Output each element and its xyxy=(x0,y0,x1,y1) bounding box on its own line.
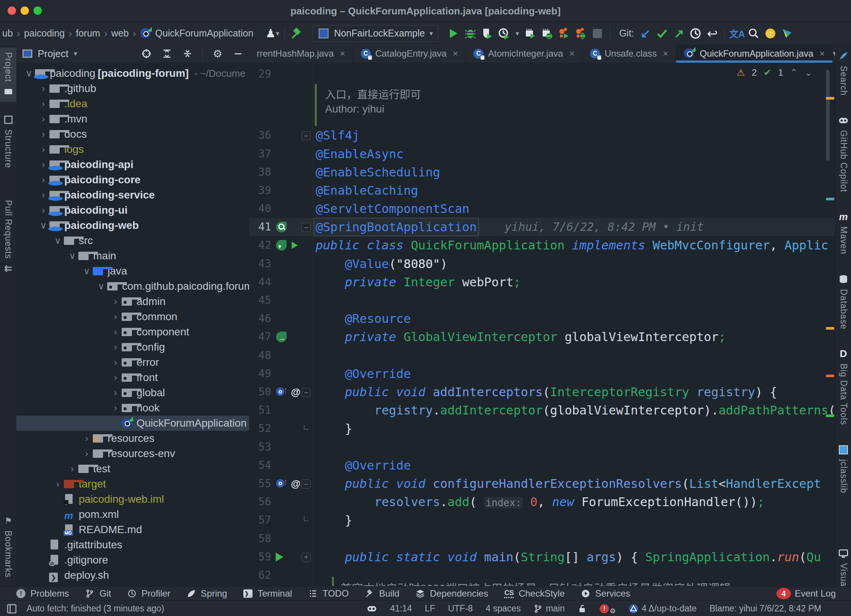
tree-expand-icon[interactable]: › xyxy=(38,98,49,109)
next-problem-chevron-icon[interactable]: ⌄ xyxy=(805,67,812,78)
ide-update-icon[interactable]: ↑ xyxy=(762,25,779,42)
tree-item-common[interactable]: ›common xyxy=(16,309,249,324)
tree-expand-icon[interactable]: › xyxy=(110,357,121,368)
tree-expand-icon[interactable]: ∨ xyxy=(67,251,78,261)
caret-position[interactable]: 41:14 xyxy=(390,603,412,614)
tree-expand-icon[interactable]: › xyxy=(110,311,121,322)
editor-tab-unsafe.class[interactable]: CUnsafe.class× xyxy=(583,44,676,63)
tree-item-quickforumapplication[interactable]: QuickForumApplication xyxy=(16,416,249,431)
tool-window-button-todo[interactable]: TODO xyxy=(307,588,349,599)
tree-expand-icon[interactable]: › xyxy=(81,433,92,444)
tree-expand-icon[interactable]: › xyxy=(52,479,64,489)
code-line-43[interactable]: 43 @Value("8080") xyxy=(249,255,835,273)
git-push-icon[interactable]: ↗ xyxy=(670,25,687,42)
code-line-45[interactable]: 45 xyxy=(249,291,835,310)
search-everywhere-icon[interactable] xyxy=(745,25,762,42)
tree-expand-icon[interactable]: › xyxy=(81,448,92,459)
tree-expand-icon[interactable]: ∨ xyxy=(38,220,49,231)
tool-window-button-build[interactable]: Build xyxy=(364,588,399,599)
fold-toggle-icon[interactable]: + xyxy=(302,553,311,562)
tab-close-icon[interactable]: × xyxy=(340,48,345,59)
breadcrumb-item[interactable]: paicoding xyxy=(24,28,65,39)
hide-panel-icon[interactable] xyxy=(232,48,244,59)
tree-item-.gitignore[interactable]: ⊘.gitignore xyxy=(16,552,249,568)
breadcrumb-item[interactable]: ub xyxy=(2,28,13,39)
tool-button-jclasslib[interactable]: jclasslib xyxy=(835,440,851,498)
tree-item-paicoding-core[interactable]: ›paicoding-core xyxy=(16,172,249,187)
run-configuration-select[interactable]: NonFairLockExample ▾ xyxy=(312,25,438,42)
tree-expand-icon[interactable]: › xyxy=(38,205,49,216)
tab-close-icon[interactable]: × xyxy=(569,48,575,59)
tree-expand-icon[interactable]: › xyxy=(38,144,49,155)
file-encoding[interactable]: UTF-8 xyxy=(448,603,473,614)
editor-scrollbar-thumb[interactable] xyxy=(826,70,830,161)
breadcrumb-item[interactable]: web xyxy=(111,28,129,39)
tool-button-structure[interactable]: Structure xyxy=(0,110,16,173)
tree-expand-icon[interactable]: › xyxy=(67,464,78,474)
error-stripe-mark[interactable] xyxy=(826,414,834,417)
code-line-49[interactable]: 49 @Override xyxy=(249,365,835,383)
code-line-37[interactable]: 37@EnableAsync xyxy=(249,145,835,163)
history-icon[interactable] xyxy=(687,25,704,42)
tree-expand-icon[interactable]: › xyxy=(110,296,121,307)
error-stripe-mark[interactable] xyxy=(826,375,834,377)
tool-button-project[interactable]: Project xyxy=(0,48,16,102)
fold-toggle-icon[interactable]: – xyxy=(302,479,311,489)
tree-expand-icon[interactable]: ∨ xyxy=(52,235,64,246)
tool-button-big-data-tools[interactable]: D Big Data Tools xyxy=(835,344,851,430)
code-line-53[interactable]: 53 xyxy=(249,438,835,456)
tool-button-github-copilot[interactable]: GitHub Copilot xyxy=(835,110,851,197)
run-main-gutter-icon[interactable] xyxy=(276,552,283,562)
tree-item-paicoding-ui[interactable]: ›paicoding-ui xyxy=(16,203,249,218)
editor-tab-catalogentry.java[interactable]: CCatalogEntry.java× xyxy=(353,44,466,63)
tree-expand-icon[interactable]: › xyxy=(110,342,121,352)
tab-close-icon[interactable]: × xyxy=(819,48,825,59)
code-line-52[interactable]: 52 } xyxy=(249,419,835,438)
build-hammer-icon[interactable] xyxy=(289,25,305,42)
tree-item-.idea[interactable]: ›.idea xyxy=(16,96,249,111)
tool-window-layout-icon[interactable] xyxy=(6,603,17,614)
code-line-42[interactable]: 42▾public class QuickForumApplication im… xyxy=(249,236,835,254)
tree-expand-icon[interactable]: › xyxy=(110,372,121,383)
tool-button-search[interactable]: Search xyxy=(835,46,851,100)
tree-expand-icon[interactable]: › xyxy=(110,327,121,337)
error-stripe-mark[interactable] xyxy=(826,198,834,200)
code-line-58[interactable]: 58 xyxy=(249,530,835,548)
status-message[interactable]: Auto fetch: finished (3 minutes ago) xyxy=(27,603,164,614)
code-line-56[interactable]: 56 resolvers.add( index: 0, new ForumExc… xyxy=(249,493,835,511)
code-line-55[interactable]: 55o↑@– public void configureHandlerExcep… xyxy=(249,475,835,493)
code-line-41[interactable]: 41–@SpringBootApplicationyihui, 7/6/22, … xyxy=(249,218,835,236)
code-line-39[interactable]: 39@EnableCaching xyxy=(249,181,835,200)
breadcrumb-item[interactable]: forum xyxy=(76,28,100,39)
user-account-icon[interactable]: ♟▾ xyxy=(264,25,281,42)
breadcrumb-item[interactable]: QuickForumApplication xyxy=(155,28,253,39)
tree-item-resources[interactable]: ›resources xyxy=(16,431,249,446)
git-update-icon[interactable]: ↙ xyxy=(637,25,654,42)
error-stripe-mark[interactable] xyxy=(826,97,834,100)
tool-window-button-terminal[interactable]: ❯_Terminal xyxy=(242,588,292,599)
blame-status[interactable]: Blame: yihui 7/6/22, 8:42 PM xyxy=(710,603,821,614)
fold-toggle-icon[interactable]: – xyxy=(302,131,311,140)
tree-item-pom.xml[interactable]: mpom.xml xyxy=(16,507,249,522)
inspections-widget[interactable]: ⚠2✔1⌃⌄ xyxy=(737,67,812,78)
overrides-method-gutter-icon[interactable]: o↑ xyxy=(276,386,287,398)
tool-window-button-checkstyle[interactable]: CSCheckStyle xyxy=(503,588,565,599)
tool-window-button-git[interactable]: Git xyxy=(84,588,111,599)
code-line-38[interactable]: 38@EnableScheduling xyxy=(249,163,835,181)
editor-tab-rrenthashmap.java[interactable]: rrentHashMap.java× xyxy=(249,44,353,63)
lock-status-icon[interactable] xyxy=(578,604,587,613)
tree-item-java[interactable]: ∨java xyxy=(16,264,249,279)
tree-item-paicoding-api[interactable]: ›paicoding-api xyxy=(16,157,249,172)
tree-item-.gitattributes[interactable]: .gitattributes xyxy=(16,537,249,552)
async-profiler-run-icon[interactable] xyxy=(556,25,572,42)
collapse-all-icon[interactable] xyxy=(182,48,193,59)
fold-toggle-icon[interactable]: – xyxy=(302,223,311,232)
translate-icon[interactable]: 文A xyxy=(729,25,745,42)
prev-problem-chevron-icon[interactable]: ⌃ xyxy=(790,67,798,78)
code-line-50[interactable]: 50o↑@– public void addInterceptors(Inter… xyxy=(249,383,835,401)
plugin-logo-icon[interactable] xyxy=(779,25,795,42)
tree-item-docs[interactable]: ›docs xyxy=(16,127,249,142)
tree-item-.github[interactable]: ›.github xyxy=(16,81,249,96)
tree-item-com.github.paicoding.forum[interactable]: ∨com.github.paicoding.forum xyxy=(16,279,249,294)
profiler-dropdown-icon[interactable]: ▾ xyxy=(512,25,522,42)
